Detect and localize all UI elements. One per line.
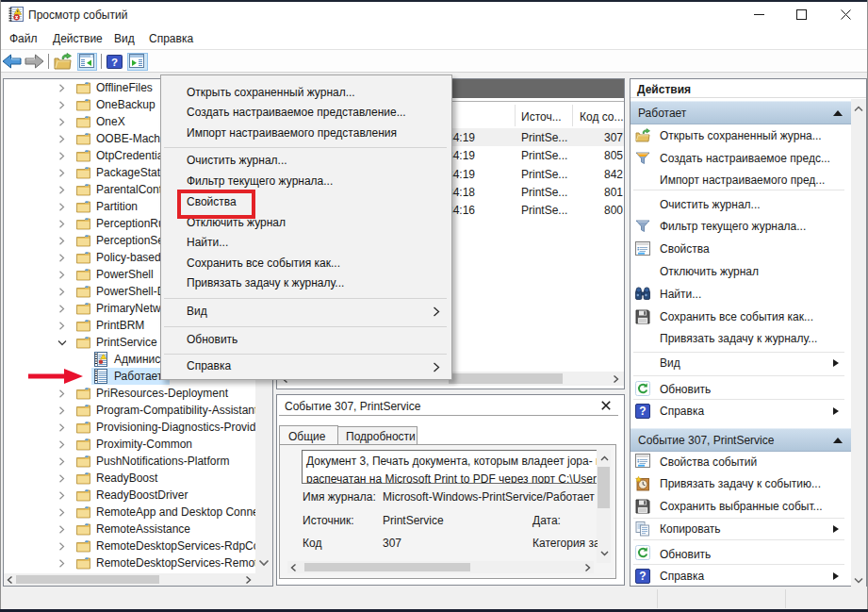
svg-text:?: ? xyxy=(639,570,646,583)
svg-text:?: ? xyxy=(111,57,118,68)
svg-text:?: ? xyxy=(639,405,646,418)
